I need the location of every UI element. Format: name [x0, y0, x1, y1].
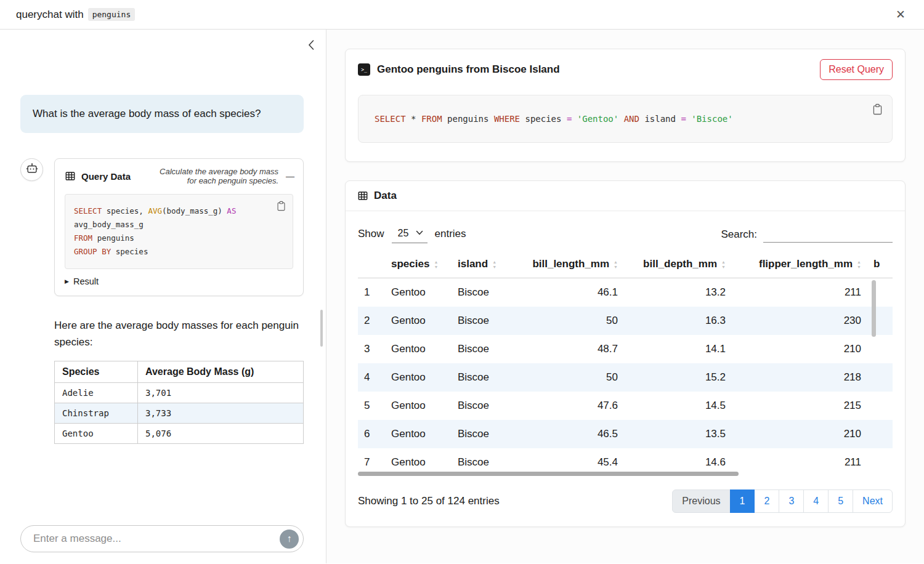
query-sql-block: SELECT * FROM penguins WHERE species = '…: [358, 95, 893, 143]
cell-island: Biscoe: [452, 307, 513, 335]
table-icon: [357, 190, 368, 201]
page-next-button[interactable]: Next: [853, 489, 893, 513]
cell-b: [867, 335, 893, 363]
result-cell: 3,701: [138, 382, 304, 403]
user-message: What is the average body mass of each sp…: [20, 95, 304, 133]
table-row: 3GentooBiscoe48.714.1210: [358, 335, 893, 363]
cell-island: Biscoe: [452, 278, 513, 307]
cell-island: Biscoe: [452, 420, 513, 448]
cell-bill_length_mm: 47.6: [513, 392, 624, 420]
assistant-avatar: [20, 158, 43, 181]
cell-island: Biscoe: [452, 335, 513, 363]
page-2-button[interactable]: 2: [754, 489, 779, 513]
page-4-button[interactable]: 4: [803, 489, 829, 513]
app-title-text: querychat with: [16, 9, 84, 21]
cell-bill_depth_mm: 13.5: [624, 420, 732, 448]
cell-island: Biscoe: [452, 363, 513, 392]
table-row: 2GentooBiscoe5016.3230: [358, 307, 893, 335]
result-summary-table: Species Average Body Mass (g) Adelie3,70…: [54, 361, 304, 444]
collapse-tool-card-button[interactable]: —: [283, 172, 294, 180]
horizontal-scrollbar[interactable]: [358, 472, 739, 476]
result-col-species: Species: [55, 361, 138, 382]
cell-rownum: 4: [358, 363, 385, 392]
cell-species: Gentoo: [385, 363, 452, 392]
data-card-title: Data: [374, 190, 397, 202]
tool-call-card: Query Data Calculate the average body ma…: [54, 158, 304, 296]
cell-bill_depth_mm: 13.2: [624, 278, 732, 307]
show-label: Show: [358, 228, 384, 240]
data-card: Data Show 25 entries Search:: [345, 180, 906, 527]
cell-b: [867, 448, 893, 477]
cell-flipper_length_mm: 210: [732, 335, 867, 363]
table-row: 4GentooBiscoe5015.2218: [358, 363, 893, 392]
copy-icon[interactable]: [275, 199, 287, 212]
query-title: Gentoo penguins from Biscoe Island: [377, 63, 560, 76]
vertical-scrollbar[interactable]: [872, 280, 876, 337]
chat-input-container: ↑: [20, 525, 304, 552]
cell-bill_depth_mm: 16.3: [624, 307, 732, 335]
page-previous-button[interactable]: Previous: [672, 489, 730, 513]
result-cell: 5,076: [138, 423, 304, 443]
column-header-bill_depth_mm[interactable]: bill_depth_mm▲▼: [624, 251, 732, 278]
sort-icon: ▲▼: [857, 260, 861, 269]
cell-bill_length_mm: 50: [513, 363, 624, 392]
page-1-button[interactable]: 1: [730, 489, 755, 513]
column-header-rownum: [358, 251, 385, 278]
column-header-bill_length_mm[interactable]: bill_length_mm▲▼: [513, 251, 624, 278]
cell-species: Gentoo: [385, 420, 452, 448]
app-title: querychat with penguins: [16, 8, 135, 21]
result-col-avg-mass: Average Body Mass (g): [138, 361, 304, 382]
close-icon[interactable]: ✕: [893, 6, 908, 23]
column-header-b: b: [867, 251, 893, 278]
robot-icon: [25, 163, 39, 176]
column-header-island[interactable]: island▲▼: [452, 251, 513, 278]
main-content: >_ Gentoo penguins from Biscoe Island Re…: [326, 30, 924, 563]
result-row: Gentoo5,076: [55, 423, 304, 443]
app-title-code: penguins: [88, 8, 136, 21]
cell-bill_depth_mm: 15.2: [624, 363, 732, 392]
collapse-sidebar-button[interactable]: [306, 38, 316, 52]
chat-panel: What is the average body mass of each sp…: [0, 30, 326, 563]
column-header-species[interactable]: species▲▼: [385, 251, 452, 278]
cell-flipper_length_mm: 215: [732, 392, 867, 420]
result-cell: Gentoo: [55, 423, 138, 443]
data-table-viewport: species▲▼island▲▼bill_length_mm▲▼bill_de…: [358, 251, 893, 477]
entries-label: entries: [435, 228, 466, 240]
cell-bill_length_mm: 48.7: [513, 335, 624, 363]
cell-species: Gentoo: [385, 278, 452, 307]
cell-species: Gentoo: [385, 335, 452, 363]
cell-flipper_length_mm: 230: [732, 307, 867, 335]
page-length-select[interactable]: 25: [392, 225, 428, 243]
page-3-button[interactable]: 3: [779, 489, 804, 513]
cell-rownum: 2: [358, 307, 385, 335]
copy-icon[interactable]: [871, 102, 884, 116]
cell-bill_length_mm: 46.1: [513, 278, 624, 307]
tool-card-subtitle: Calculate the average body mass for each…: [158, 167, 278, 187]
cell-rownum: 5: [358, 392, 385, 420]
cell-bill_length_mm: 46.5: [513, 420, 624, 448]
cell-flipper_length_mm: 211: [732, 448, 867, 477]
cell-flipper_length_mm: 211: [732, 278, 867, 307]
caret-right-icon: ▶: [65, 278, 69, 284]
tool-card-title: Query Data: [81, 171, 131, 182]
chat-scrollbar[interactable]: [320, 310, 323, 347]
sort-icon: ▲▼: [492, 260, 496, 269]
result-row: Adelie3,701: [55, 382, 304, 403]
cell-bill_depth_mm: 14.1: [624, 335, 732, 363]
send-button[interactable]: ↑: [280, 530, 299, 549]
cell-b: [867, 420, 893, 448]
search-input[interactable]: [763, 225, 893, 243]
cell-island: Biscoe: [452, 392, 513, 420]
chat-message-input[interactable]: [32, 532, 280, 546]
terminal-icon: >_: [358, 63, 370, 76]
result-cell: 3,733: [138, 403, 304, 423]
reset-query-button[interactable]: Reset Query: [820, 59, 893, 80]
result-toggle[interactable]: ▶ Result: [55, 269, 108, 296]
cell-species: Gentoo: [385, 392, 452, 420]
column-header-flipper_length_mm[interactable]: flipper_length_mm▲▼: [732, 251, 867, 278]
cell-b: [867, 392, 893, 420]
cell-rownum: 3: [358, 335, 385, 363]
page-5-button[interactable]: 5: [828, 489, 853, 513]
sort-icon: ▲▼: [434, 260, 438, 269]
cell-b: [867, 363, 893, 392]
